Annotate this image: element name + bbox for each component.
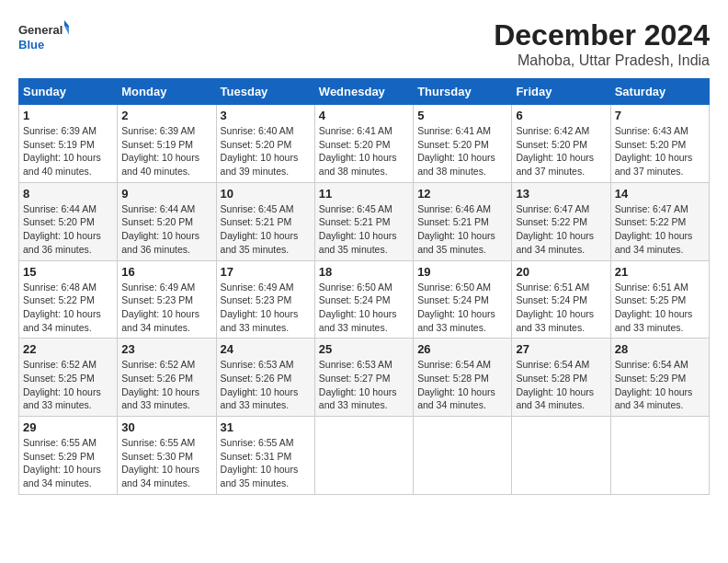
day-number: 14 xyxy=(615,187,705,201)
calendar-cell: 1Sunrise: 6:39 AMSunset: 5:19 PMDaylight… xyxy=(19,105,118,183)
day-number: 27 xyxy=(516,342,606,356)
col-thursday: Thursday xyxy=(414,79,512,105)
day-info: Sunrise: 6:43 AMSunset: 5:20 PMDaylight:… xyxy=(615,125,693,177)
calendar-cell: 8Sunrise: 6:44 AMSunset: 5:20 PMDaylight… xyxy=(19,182,118,260)
day-number: 8 xyxy=(23,187,113,201)
calendar-row: 15Sunrise: 6:48 AMSunset: 5:22 PMDayligh… xyxy=(19,260,710,339)
calendar-cell: 28Sunrise: 6:54 AMSunset: 5:29 PMDayligh… xyxy=(610,339,709,417)
calendar-cell: 11Sunrise: 6:45 AMSunset: 5:21 PMDayligh… xyxy=(314,182,413,260)
day-number: 13 xyxy=(516,187,606,201)
day-number: 19 xyxy=(417,265,507,279)
logo: General Blue xyxy=(18,18,69,57)
col-monday: Monday xyxy=(118,79,216,105)
day-number: 10 xyxy=(221,187,311,201)
calendar-cell: 22Sunrise: 6:52 AMSunset: 5:25 PMDayligh… xyxy=(19,339,118,417)
col-tuesday: Tuesday xyxy=(216,79,314,105)
day-number: 18 xyxy=(319,265,409,279)
day-number: 7 xyxy=(615,109,705,122)
calendar-cell: 31Sunrise: 6:55 AMSunset: 5:31 PMDayligh… xyxy=(216,417,314,495)
day-info: Sunrise: 6:53 AMSunset: 5:26 PMDaylight:… xyxy=(221,359,299,410)
col-wednesday: Wednesday xyxy=(314,79,413,105)
day-info: Sunrise: 6:44 AMSunset: 5:20 PMDaylight:… xyxy=(23,203,101,255)
day-info: Sunrise: 6:41 AMSunset: 5:20 PMDaylight:… xyxy=(319,125,397,177)
day-info: Sunrise: 6:50 AMSunset: 5:24 PMDaylight:… xyxy=(319,282,397,333)
day-info: Sunrise: 6:39 AMSunset: 5:19 PMDaylight:… xyxy=(23,125,101,177)
day-number: 28 xyxy=(615,342,705,356)
day-number: 16 xyxy=(121,265,211,279)
calendar-row: 29Sunrise: 6:55 AMSunset: 5:29 PMDayligh… xyxy=(19,417,710,495)
day-info: Sunrise: 6:42 AMSunset: 5:20 PMDaylight:… xyxy=(516,125,594,177)
calendar-cell: 2Sunrise: 6:39 AMSunset: 5:19 PMDaylight… xyxy=(118,105,216,183)
day-number: 9 xyxy=(121,187,211,201)
calendar-cell: 19Sunrise: 6:50 AMSunset: 5:24 PMDayligh… xyxy=(414,260,512,339)
day-number: 25 xyxy=(319,342,409,356)
day-number: 29 xyxy=(23,420,113,434)
calendar-table: Sunday Monday Tuesday Wednesday Thursday… xyxy=(18,78,710,495)
day-info: Sunrise: 6:44 AMSunset: 5:20 PMDaylight:… xyxy=(121,203,199,255)
calendar-cell: 16Sunrise: 6:49 AMSunset: 5:23 PMDayligh… xyxy=(118,260,216,339)
calendar-cell: 10Sunrise: 6:45 AMSunset: 5:21 PMDayligh… xyxy=(216,182,314,260)
calendar-cell: 12Sunrise: 6:46 AMSunset: 5:21 PMDayligh… xyxy=(414,182,512,260)
day-number: 4 xyxy=(319,109,409,122)
day-number: 6 xyxy=(516,109,606,122)
calendar-cell: 14Sunrise: 6:47 AMSunset: 5:22 PMDayligh… xyxy=(610,182,709,260)
day-number: 26 xyxy=(417,342,507,356)
calendar-cell xyxy=(610,417,709,495)
day-info: Sunrise: 6:51 AMSunset: 5:25 PMDaylight:… xyxy=(615,282,693,333)
day-info: Sunrise: 6:49 AMSunset: 5:23 PMDaylight:… xyxy=(121,282,199,333)
calendar-cell: 21Sunrise: 6:51 AMSunset: 5:25 PMDayligh… xyxy=(610,260,709,339)
day-info: Sunrise: 6:55 AMSunset: 5:30 PMDaylight:… xyxy=(121,437,199,488)
day-info: Sunrise: 6:47 AMSunset: 5:22 PMDaylight:… xyxy=(615,203,693,255)
day-info: Sunrise: 6:49 AMSunset: 5:23 PMDaylight:… xyxy=(221,282,299,333)
calendar-cell: 3Sunrise: 6:40 AMSunset: 5:20 PMDaylight… xyxy=(216,105,314,183)
day-info: Sunrise: 6:55 AMSunset: 5:29 PMDaylight:… xyxy=(23,437,101,488)
day-number: 17 xyxy=(221,265,311,279)
calendar-cell: 24Sunrise: 6:53 AMSunset: 5:26 PMDayligh… xyxy=(216,339,314,417)
calendar-cell: 18Sunrise: 6:50 AMSunset: 5:24 PMDayligh… xyxy=(314,260,413,339)
calendar-cell: 4Sunrise: 6:41 AMSunset: 5:20 PMDaylight… xyxy=(314,105,413,183)
day-info: Sunrise: 6:52 AMSunset: 5:25 PMDaylight:… xyxy=(23,359,101,410)
title-section: December 2024 Mahoba, Uttar Pradesh, Ind… xyxy=(494,18,710,69)
day-info: Sunrise: 6:50 AMSunset: 5:24 PMDaylight:… xyxy=(417,282,495,333)
header-row: Sunday Monday Tuesday Wednesday Thursday… xyxy=(19,79,710,105)
calendar-row: 8Sunrise: 6:44 AMSunset: 5:20 PMDaylight… xyxy=(19,182,710,260)
calendar-cell: 15Sunrise: 6:48 AMSunset: 5:22 PMDayligh… xyxy=(19,260,118,339)
day-info: Sunrise: 6:40 AMSunset: 5:20 PMDaylight:… xyxy=(221,125,299,177)
day-number: 22 xyxy=(23,342,113,356)
day-info: Sunrise: 6:51 AMSunset: 5:24 PMDaylight:… xyxy=(516,282,594,333)
page-header: General Blue December 2024 Mahoba, Uttar… xyxy=(18,18,710,69)
calendar-cell: 29Sunrise: 6:55 AMSunset: 5:29 PMDayligh… xyxy=(19,417,118,495)
svg-text:General: General xyxy=(18,23,63,37)
calendar-cell: 9Sunrise: 6:44 AMSunset: 5:20 PMDaylight… xyxy=(118,182,216,260)
day-info: Sunrise: 6:54 AMSunset: 5:29 PMDaylight:… xyxy=(615,359,693,410)
day-info: Sunrise: 6:54 AMSunset: 5:28 PMDaylight:… xyxy=(516,359,594,410)
calendar-cell: 17Sunrise: 6:49 AMSunset: 5:23 PMDayligh… xyxy=(216,260,314,339)
col-sunday: Sunday xyxy=(19,79,118,105)
day-info: Sunrise: 6:48 AMSunset: 5:22 PMDaylight:… xyxy=(23,282,101,333)
day-info: Sunrise: 6:52 AMSunset: 5:26 PMDaylight:… xyxy=(121,359,199,410)
calendar-cell: 13Sunrise: 6:47 AMSunset: 5:22 PMDayligh… xyxy=(512,182,610,260)
day-info: Sunrise: 6:55 AMSunset: 5:31 PMDaylight:… xyxy=(221,437,299,488)
calendar-cell xyxy=(512,417,610,495)
day-number: 20 xyxy=(516,265,606,279)
day-info: Sunrise: 6:54 AMSunset: 5:28 PMDaylight:… xyxy=(417,359,495,410)
col-friday: Friday xyxy=(512,79,610,105)
calendar-cell: 20Sunrise: 6:51 AMSunset: 5:24 PMDayligh… xyxy=(512,260,610,339)
calendar-cell: 6Sunrise: 6:42 AMSunset: 5:20 PMDaylight… xyxy=(512,105,610,183)
day-info: Sunrise: 6:46 AMSunset: 5:21 PMDaylight:… xyxy=(417,203,495,255)
calendar-cell xyxy=(314,417,413,495)
calendar-cell: 23Sunrise: 6:52 AMSunset: 5:26 PMDayligh… xyxy=(118,339,216,417)
calendar-cell: 5Sunrise: 6:41 AMSunset: 5:20 PMDaylight… xyxy=(414,105,512,183)
day-info: Sunrise: 6:47 AMSunset: 5:22 PMDaylight:… xyxy=(516,203,594,255)
svg-text:Blue: Blue xyxy=(18,38,44,52)
day-info: Sunrise: 6:45 AMSunset: 5:21 PMDaylight:… xyxy=(319,203,397,255)
day-number: 11 xyxy=(319,187,409,201)
calendar-row: 1Sunrise: 6:39 AMSunset: 5:19 PMDaylight… xyxy=(19,105,710,183)
calendar-cell: 27Sunrise: 6:54 AMSunset: 5:28 PMDayligh… xyxy=(512,339,610,417)
day-number: 3 xyxy=(221,109,311,122)
day-number: 12 xyxy=(417,187,507,201)
day-number: 1 xyxy=(23,109,113,122)
calendar-cell: 25Sunrise: 6:53 AMSunset: 5:27 PMDayligh… xyxy=(314,339,413,417)
calendar-cell: 7Sunrise: 6:43 AMSunset: 5:20 PMDaylight… xyxy=(610,105,709,183)
day-number: 24 xyxy=(221,342,311,356)
